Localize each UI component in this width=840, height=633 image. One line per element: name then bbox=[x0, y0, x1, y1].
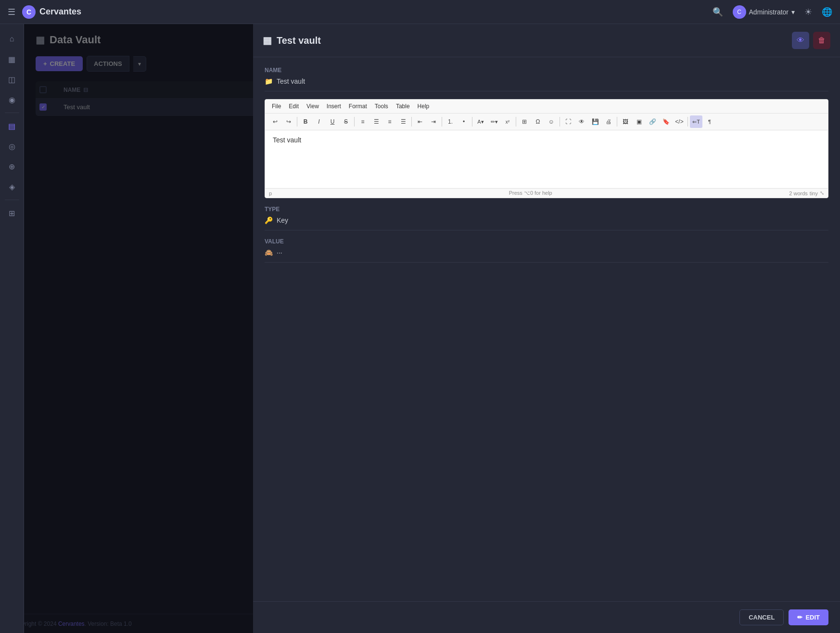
sidebar-item-home[interactable]: ⌂ bbox=[3, 30, 21, 48]
edit-button[interactable]: ✏ EDIT bbox=[789, 609, 828, 625]
sidebar-item-users[interactable]: ◉ bbox=[3, 90, 21, 109]
indent-button[interactable]: ⇥ bbox=[427, 115, 440, 128]
name-field-value: 📁 Test vault bbox=[265, 77, 828, 91]
menu-format[interactable]: Format bbox=[346, 101, 370, 111]
chevron-down-icon: ▾ bbox=[791, 8, 795, 16]
special-char-button[interactable]: Ω bbox=[532, 115, 544, 128]
align-left-button[interactable]: ≡ bbox=[356, 115, 369, 128]
value-field-value: 🙈 ··· bbox=[265, 249, 828, 263]
save-button[interactable]: 💾 bbox=[589, 115, 601, 128]
sidebar-item-reports[interactable]: ◫ bbox=[3, 70, 21, 89]
tiny-logo: 2 words tiny ⤡ bbox=[789, 190, 824, 196]
modal-header-actions: 👁 🗑 bbox=[792, 32, 830, 49]
modal-header: ▦ Test vault 👁 🗑 bbox=[253, 24, 840, 57]
modal-title: ▦ Test vault bbox=[263, 35, 321, 46]
undo-button[interactable]: ↩ bbox=[269, 115, 281, 128]
topbar: ☰ C Cervantes 🔍 C Administrator ▾ ☀ 🌐 bbox=[0, 0, 840, 24]
modal-footer: CANCEL ✏ EDIT bbox=[253, 601, 840, 633]
name-field-label: Name bbox=[265, 67, 828, 74]
key-icon: 🔑 bbox=[265, 216, 273, 224]
preview-button[interactable]: 👁 bbox=[575, 115, 588, 128]
search-icon[interactable]: 🔍 bbox=[713, 7, 723, 17]
code-button[interactable]: </> bbox=[673, 115, 686, 128]
menu-file[interactable]: File bbox=[269, 101, 284, 111]
table-insert-button[interactable]: ⊞ bbox=[518, 115, 531, 128]
editor-statusbar: p Press ⌥0 for help 2 words tiny ⤡ bbox=[265, 188, 828, 198]
user-menu[interactable]: C Administrator ▾ bbox=[733, 5, 795, 19]
editor-help-text: Press ⌥0 for help bbox=[509, 190, 552, 196]
editor-toolbar: ↩ ↪ B I U S ≡ ☰ ≡ ☰ ⇤ ⇥ 1. • A▾ ✏▾ bbox=[265, 114, 828, 130]
bold-button[interactable]: B bbox=[299, 115, 312, 128]
language-icon[interactable]: 🌐 bbox=[822, 7, 832, 17]
toolbar-sep-2 bbox=[354, 117, 355, 127]
menu-help[interactable]: Help bbox=[415, 101, 433, 111]
value-field-label: Value bbox=[265, 238, 828, 245]
type-field-label: Type bbox=[265, 206, 828, 213]
emoji-button[interactable]: ☺ bbox=[545, 115, 558, 128]
menu-edit[interactable]: Edit bbox=[286, 101, 302, 111]
toolbar-sep-9 bbox=[687, 117, 688, 127]
menu-insert[interactable]: Insert bbox=[324, 101, 344, 111]
ltr-button[interactable]: ¶ bbox=[703, 115, 716, 128]
rtl-button[interactable]: ⇐T bbox=[690, 115, 702, 128]
ordered-list-button[interactable]: 1. bbox=[444, 115, 457, 128]
view-button[interactable]: 👁 bbox=[792, 32, 809, 49]
print-button[interactable]: 🖨 bbox=[602, 115, 615, 128]
modal-drawer: ▦ Test vault 👁 🗑 Name 📁 Test vault File … bbox=[253, 24, 840, 633]
menu-view[interactable]: View bbox=[304, 101, 322, 111]
rich-text-editor: File Edit View Insert Format Tools Table… bbox=[265, 99, 828, 198]
app-logo: C Cervantes bbox=[22, 5, 81, 19]
sidebar-divider-1 bbox=[5, 113, 19, 113]
modal-title-icon: ▦ bbox=[263, 35, 272, 46]
editor-menubar: File Edit View Insert Format Tools Table… bbox=[265, 100, 828, 114]
link-button[interactable]: 🔗 bbox=[646, 115, 659, 128]
sidebar-item-settings[interactable]: ⊞ bbox=[3, 204, 21, 222]
align-center-button[interactable]: ☰ bbox=[370, 115, 382, 128]
align-right-button[interactable]: ≡ bbox=[383, 115, 396, 128]
editor-content-area[interactable]: Test vault bbox=[265, 130, 828, 188]
resize-handle[interactable]: ⤡ bbox=[820, 190, 824, 196]
sidebar-item-findings[interactable]: ⊕ bbox=[3, 157, 21, 176]
toolbar-sep-8 bbox=[617, 117, 617, 127]
menu-table[interactable]: Table bbox=[393, 101, 413, 111]
toolbar-sep-4 bbox=[442, 117, 442, 127]
edit-icon: ✏ bbox=[797, 614, 802, 621]
media-button[interactable]: ▣ bbox=[633, 115, 645, 128]
sidebar-item-dashboard[interactable]: ▦ bbox=[3, 50, 21, 68]
type-field-value: 🔑 Key bbox=[265, 216, 828, 230]
app-name: Cervantes bbox=[39, 7, 81, 17]
menu-tools[interactable]: Tools bbox=[372, 101, 391, 111]
sidebar-item-vault[interactable]: ▤ bbox=[3, 117, 21, 135]
toolbar-sep-7 bbox=[560, 117, 560, 127]
text-color-button[interactable]: A▾ bbox=[474, 115, 487, 128]
outdent-button[interactable]: ⇤ bbox=[414, 115, 426, 128]
italic-button[interactable]: I bbox=[313, 115, 325, 128]
sidebar: ⌂ ▦ ◫ ◉ ▤ ◎ ⊕ ◈ ⊞ bbox=[0, 24, 24, 633]
strikethrough-button[interactable]: S bbox=[340, 115, 352, 128]
bookmark-button[interactable]: 🔖 bbox=[660, 115, 672, 128]
user-label: Administrator bbox=[749, 8, 789, 16]
cancel-button[interactable]: CANCEL bbox=[739, 609, 784, 625]
avatar: C bbox=[733, 5, 746, 19]
sidebar-item-targets[interactable]: ◎ bbox=[3, 137, 21, 155]
superscript-button[interactable]: x² bbox=[501, 115, 514, 128]
logo-icon: C bbox=[22, 5, 36, 19]
highlight-button[interactable]: ✏▾ bbox=[488, 115, 500, 128]
redo-button[interactable]: ↪ bbox=[282, 115, 295, 128]
sidebar-divider-2 bbox=[5, 200, 19, 200]
image-button[interactable]: 🖼 bbox=[619, 115, 632, 128]
toolbar-sep-1 bbox=[297, 117, 297, 127]
modal-title-text: Test vault bbox=[277, 35, 321, 46]
underline-button[interactable]: U bbox=[326, 115, 339, 128]
unordered-list-button[interactable]: • bbox=[458, 115, 470, 128]
fullscreen-button[interactable]: ⛶ bbox=[562, 115, 574, 128]
align-justify-button[interactable]: ☰ bbox=[397, 115, 409, 128]
menu-icon[interactable]: ☰ bbox=[8, 7, 15, 17]
folder-icon: 📁 bbox=[265, 77, 273, 85]
eye-off-icon[interactable]: 🙈 bbox=[265, 249, 273, 256]
brightness-icon[interactable]: ☀ bbox=[804, 7, 812, 17]
toolbar-sep-5 bbox=[472, 117, 472, 127]
delete-button[interactable]: 🗑 bbox=[813, 32, 830, 49]
toolbar-sep-6 bbox=[516, 117, 516, 127]
sidebar-item-tasks[interactable]: ◈ bbox=[3, 177, 21, 196]
